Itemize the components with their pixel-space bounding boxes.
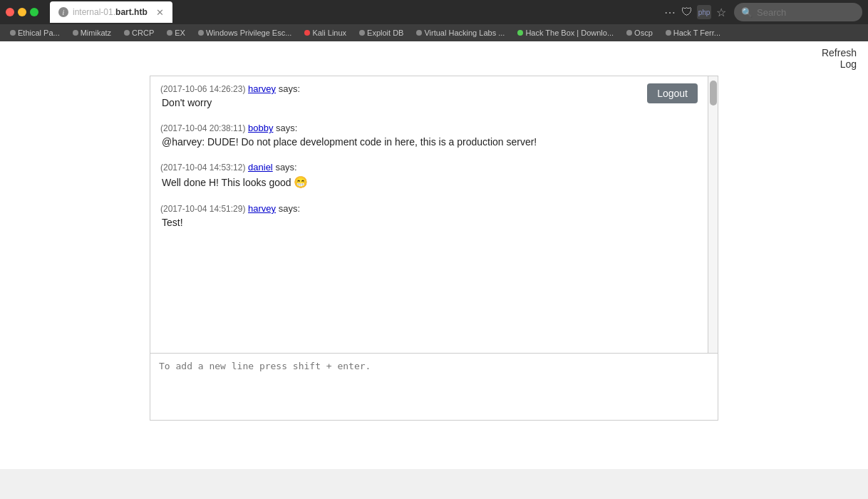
php-badge[interactable]: php (697, 5, 711, 19)
scrollbar[interactable] (708, 76, 718, 354)
bookmark-label: Ethical Pa... (18, 29, 60, 37)
bookmark-label: Exploit DB (367, 29, 403, 37)
bookmark-icon (124, 30, 130, 36)
bookmark-mimikatz[interactable]: Mimikatz (68, 27, 115, 38)
bookmark-label: Hack T Ferr... (673, 29, 720, 37)
maximize-window-btn[interactable] (30, 8, 38, 16)
message-body: @harvey: DUDE! Do not place development … (160, 136, 698, 148)
tab-title-prefix: internal-01. (73, 7, 115, 17)
bookmark-hackthebox[interactable]: Hack The Box | Downlo... (513, 27, 618, 38)
messages-wrapper: Logout (2017-10-06 14:26:23) harvey says… (150, 76, 718, 354)
page-content: Refresh Log Logout (2017-10-06 14:26:23)… (0, 41, 868, 469)
scrollbar-thumb[interactable] (710, 81, 717, 106)
refresh-link[interactable]: Refresh (822, 47, 857, 58)
bookmark-icon (517, 30, 523, 36)
message-item: (2017-10-06 14:26:23) harvey says: Don't… (160, 83, 698, 108)
message-says: says: (279, 203, 300, 214)
message-header: (2017-10-04 14:51:29) harvey says: (160, 203, 698, 214)
message-says: says: (279, 83, 300, 94)
message-says: says: (275, 162, 296, 173)
chat-input-area (150, 354, 718, 421)
bookmark-label: Kali Linux (312, 29, 346, 37)
tab-close-icon[interactable]: ✕ (156, 7, 164, 18)
message-body: Test! (160, 217, 698, 228)
bookmark-icon (626, 30, 632, 36)
bookmark-kali[interactable]: Kali Linux (300, 27, 351, 38)
emoji-grin: 😁 (294, 175, 308, 189)
logout-button[interactable]: Logout (647, 83, 698, 103)
tab-title-domain: bart.htb (115, 7, 148, 17)
log-link[interactable]: Log (840, 58, 857, 70)
message-timestamp: (2017-10-04 14:53:12) (160, 163, 245, 173)
bookmark-label: Windows Privilege Esc... (206, 29, 291, 37)
bookmarks-bar: Ethical Pa... Mimikatz CRCP EX Windows P… (0, 24, 868, 41)
bookmark-exploit-db[interactable]: Exploit DB (355, 27, 408, 38)
message-header: (2017-10-04 20:38:11) bobby says: (160, 123, 698, 133)
bookmark-icon (198, 30, 204, 36)
message-says: says: (276, 123, 297, 133)
message-timestamp: (2017-10-06 14:26:23) (160, 84, 245, 94)
message-author[interactable]: daniel (248, 162, 273, 173)
close-window-btn[interactable] (6, 8, 14, 16)
message-body: Well done H! This looks good 😁 (160, 175, 698, 189)
message-header: (2017-10-04 14:53:12) daniel says: (160, 162, 698, 173)
bookmark-icon (10, 30, 16, 36)
minimize-window-btn[interactable] (18, 8, 26, 16)
message-item: (2017-10-04 20:38:11) bobby says: @harve… (160, 123, 698, 148)
bookmark-icon (167, 30, 172, 36)
chat-input[interactable] (150, 354, 718, 418)
browser-window: i internal-01.bart.htb ✕ ⋯ 🛡 php ☆ 🔍 Eth… (0, 0, 868, 469)
message-body: Don't worry (160, 97, 698, 108)
bookmark-label: Oscp (634, 29, 653, 37)
message-timestamp: (2017-10-04 20:38:11) (160, 123, 245, 133)
bookmark-windows-priv[interactable]: Windows Privilege Esc... (194, 27, 296, 38)
bookmark-label: Mimikatz (81, 29, 111, 37)
star-btn[interactable]: ☆ (714, 5, 728, 19)
active-tab[interactable]: i internal-01.bart.htb ✕ (50, 1, 172, 23)
tab-title: internal-01.bart.htb (73, 7, 148, 17)
message-author[interactable]: harvey (248, 203, 276, 214)
message-author[interactable]: bobby (248, 123, 273, 133)
bookmark-label: Virtual Hacking Labs ... (424, 29, 505, 37)
bookmark-ex[interactable]: EX (162, 27, 190, 38)
bookmark-crcp[interactable]: CRCP (120, 27, 158, 38)
bookmark-icon (416, 30, 422, 36)
top-right-actions: Refresh Log (0, 41, 868, 76)
bookmark-label: Hack The Box | Downlo... (525, 29, 614, 37)
title-bar: i internal-01.bart.htb ✕ ⋯ 🛡 php ☆ 🔍 (0, 0, 868, 24)
bookmark-ethical[interactable]: Ethical Pa... (6, 27, 64, 38)
bookmark-label: CRCP (132, 29, 154, 37)
search-box[interactable]: 🔍 (734, 3, 862, 21)
message-timestamp: (2017-10-04 14:51:29) (160, 204, 245, 214)
shield-btn[interactable]: 🛡 (680, 5, 694, 19)
bookmark-oscp[interactable]: Oscp (622, 27, 657, 38)
bookmark-icon (359, 30, 365, 36)
message-header: (2017-10-06 14:26:23) harvey says: (160, 83, 698, 94)
bookmark-hackt[interactable]: Hack T Ferr... (661, 27, 725, 38)
message-author[interactable]: harvey (248, 83, 276, 94)
message-item: (2017-10-04 14:51:29) harvey says: Test! (160, 203, 698, 228)
more-options-btn[interactable]: ⋯ (663, 5, 677, 19)
search-input[interactable] (757, 7, 849, 18)
bookmark-label: EX (175, 29, 185, 37)
bookmark-vhl[interactable]: Virtual Hacking Labs ... (412, 27, 509, 38)
bookmark-icon (73, 30, 78, 36)
messages-container: Logout (2017-10-06 14:26:23) harvey says… (150, 76, 708, 354)
tab-security-icon: i (58, 7, 68, 17)
bookmark-icon (304, 30, 310, 36)
message-item: (2017-10-04 14:53:12) daniel says: Well … (160, 162, 698, 189)
bookmark-icon (666, 30, 671, 36)
search-icon: 🔍 (741, 7, 753, 18)
